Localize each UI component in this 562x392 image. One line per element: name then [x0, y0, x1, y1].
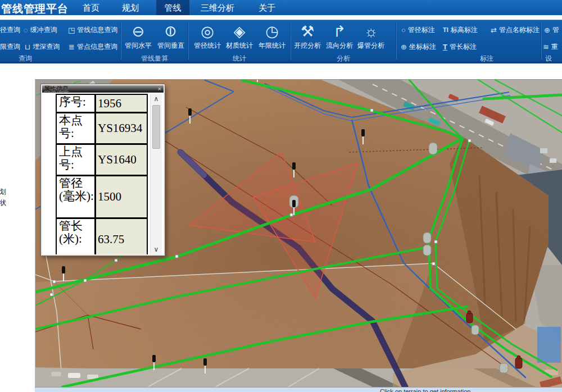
- button-label: 管点名称标注: [499, 25, 540, 35]
- group-label-analysis: 分析: [318, 54, 369, 63]
- tab-home[interactable]: 首页: [76, 0, 106, 15]
- button-label: 管径标注: [408, 25, 435, 35]
- button-diameter-annotation[interactable]: ○ 管径标注: [401, 25, 435, 35]
- button-depth-query[interactable]: ⊔ 埋深查询: [25, 42, 60, 52]
- button-layers-partial[interactable]: ≋ 重: [543, 42, 558, 52]
- button-point-name-annotation[interactable]: ⇄ 管点名称标注: [491, 25, 540, 35]
- tab-bar: 管线管理平台 首页 规划 管线 三维分析 关于: [0, 0, 562, 15]
- elevation-annotation-icon: TI: [443, 27, 448, 33]
- tab-planning[interactable]: 规划: [115, 0, 146, 15]
- dialog-body: 序号: 1956 本点号: YS16934 上点号: YS1640 管径(毫米)…: [42, 93, 164, 254]
- button-label: 缓冲查询: [30, 25, 57, 35]
- status-bar: Click on terrain to get information: [35, 387, 562, 392]
- button-material-stats[interactable]: ◈ 材质统计: [224, 22, 255, 51]
- ribbon-separator: [396, 22, 396, 60]
- table-row: 上点号: YS1640: [57, 145, 147, 176]
- ribbon-separator: [290, 22, 291, 60]
- ribbon-separator: [188, 22, 188, 60]
- table-row: 本点号: YS16934: [57, 113, 147, 145]
- button-pipe-horizontal[interactable]: ⊖ 管间水平: [123, 22, 154, 51]
- row-value: 63.75: [96, 219, 147, 256]
- dialog-title: 属性信息: [44, 85, 69, 93]
- button-age-stats[interactable]: ◷ 年限统计: [256, 22, 288, 51]
- row-label: 序号:: [57, 95, 96, 112]
- excavation-analysis-icon: ⚒: [292, 22, 323, 40]
- dialog-title-bar[interactable]: 属性信息 ×: [42, 85, 164, 93]
- buffer-query-icon: ◌: [24, 26, 28, 34]
- tab-3d-analysis[interactable]: 三维分析: [198, 0, 237, 15]
- button-label: 重: [551, 42, 558, 52]
- button-length-annotation[interactable]: T 管长标注: [443, 42, 477, 52]
- status-message: Click on terrain to get information: [380, 388, 470, 392]
- property-table: 序号: 1956 本点号: YS16934 上点号: YS1640 管径(毫米)…: [56, 94, 148, 254]
- button-pipe-vertical[interactable]: ⊖ 管间垂直: [155, 22, 187, 51]
- button-burst-analysis[interactable]: ☼ 爆管分析: [355, 22, 387, 51]
- button-elevation-annotation[interactable]: TI 标高标注: [443, 25, 478, 35]
- table-row: 管径(毫米): 1500: [57, 176, 147, 219]
- button-settings-partial[interactable]: ⊕ 管: [544, 25, 559, 35]
- button-diameter-stats[interactable]: ◎ 管径统计: [192, 22, 223, 51]
- group-label-annotation: 标注: [461, 54, 512, 63]
- button-label: 材质统计: [224, 41, 255, 51]
- button-label: 标高标注: [451, 25, 478, 35]
- group-label-measure: 管线量算: [129, 54, 180, 63]
- layers-icon: ≋: [543, 43, 549, 51]
- dialog-scrollbar[interactable]: ∧ ∨: [150, 94, 162, 256]
- flow-analysis-icon: ↱: [324, 22, 355, 40]
- length-annotation-icon: T: [443, 43, 447, 51]
- tab-about[interactable]: 关于: [253, 0, 280, 15]
- button-buffer-query[interactable]: ◌ 缓冲查询: [24, 25, 57, 35]
- button-coordinate-annotation[interactable]: ⊕ 坐标标注: [401, 42, 436, 52]
- scrollbar-thumb[interactable]: [152, 105, 160, 149]
- sidebar-item-planning[interactable]: 规划: [0, 187, 6, 197]
- button-label: 年限统计: [256, 41, 288, 51]
- table-row: 序号: 1956: [57, 95, 147, 113]
- layer-sidebar: 规划 现状: [0, 63, 35, 392]
- button-label: 爆管分析: [355, 41, 387, 51]
- blue-building: [537, 327, 561, 363]
- sidebar-item-current[interactable]: 现状: [0, 198, 6, 208]
- row-label: 上点号:: [57, 145, 96, 175]
- material-stats-icon: ◈: [224, 22, 255, 40]
- button-label: 管线信息查询: [77, 25, 117, 35]
- group-label-stats: 统计: [214, 54, 265, 63]
- button-label: 管长标注: [450, 42, 477, 52]
- button-label: 限查询: [0, 42, 20, 52]
- scroll-down-icon[interactable]: ∨: [151, 245, 162, 253]
- button-flow-analysis[interactable]: ↱ 流向分析: [324, 22, 355, 51]
- button-point-info-query[interactable]: ≣ 管点信息查询: [69, 42, 117, 52]
- app-title: 管线管理平台: [1, 2, 69, 16]
- button-label: 埋深查询: [33, 42, 60, 52]
- button-pipeline-info-query[interactable]: ◳ 管线信息查询: [68, 25, 117, 35]
- scroll-up-icon[interactable]: ∧: [151, 95, 162, 103]
- pipeline-info-query-icon: ◳: [68, 26, 75, 34]
- button-label: 坐标标注: [409, 42, 436, 52]
- row-label: 管长(米):: [57, 219, 96, 256]
- button-diameter-query[interactable]: 径查询: [0, 25, 20, 35]
- point-name-annotation-icon: ⇄: [491, 26, 497, 34]
- burst-analysis-icon: ☼: [355, 22, 387, 40]
- group-label-settings: 设: [523, 54, 562, 63]
- ribbon-toolbar: 径查询 ◌ 缓冲查询 ◳ 管线信息查询 限查询 ⊔ 埋深查询 ≣ 管点信息查询 …: [0, 20, 562, 63]
- row-label: 管径(毫米):: [57, 176, 96, 217]
- tab-pipeline[interactable]: 管线: [156, 0, 189, 15]
- attribute-info-dialog: 属性信息 × 序号: 1956 本点号: YS16934 上点号: YS1640…: [41, 84, 165, 256]
- group-label-query: 查询: [0, 54, 51, 63]
- ribbon-separator: [120, 22, 121, 60]
- close-icon[interactable]: ×: [158, 85, 161, 93]
- row-value: YS16934: [96, 113, 147, 143]
- button-limit-query[interactable]: 限查询: [0, 42, 20, 52]
- button-label: 管间水平: [123, 41, 154, 51]
- row-label: 本点号:: [57, 113, 96, 143]
- button-label: 径查询: [0, 25, 20, 35]
- pipe-horizontal-icon: ⊖: [123, 22, 154, 40]
- button-excavation-analysis[interactable]: ⚒ 开挖分析: [292, 22, 323, 51]
- button-label: 流向分析: [324, 41, 355, 51]
- coordinate-annotation-icon: ⊕: [401, 43, 407, 51]
- row-value: 1500: [96, 176, 147, 217]
- settings-cross-icon: ⊕: [544, 26, 550, 34]
- point-info-query-icon: ≣: [69, 43, 75, 51]
- button-label: 管点信息查询: [77, 42, 117, 52]
- app-window: 管线管理平台 首页 规划 管线 三维分析 关于 径查询 ◌ 缓冲查询 ◳ 管线信…: [0, 0, 562, 392]
- table-row: 管长(米): 63.75: [57, 219, 147, 256]
